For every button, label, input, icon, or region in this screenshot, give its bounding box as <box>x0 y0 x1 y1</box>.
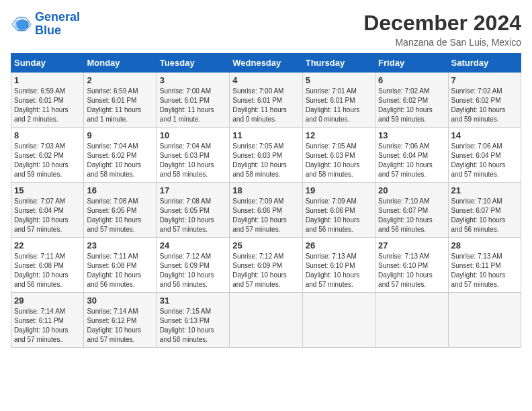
calendar-week-row: 8Sunrise: 7:03 AMSunset: 6:02 PMDaylight… <box>11 128 521 183</box>
calendar-cell: 2Sunrise: 6:59 AMSunset: 6:01 PMDaylight… <box>84 73 157 128</box>
day-info: Sunrise: 7:13 AMSunset: 6:11 PMDaylight:… <box>451 252 518 289</box>
calendar-cell: 31Sunrise: 7:15 AMSunset: 6:13 PMDayligh… <box>157 293 229 348</box>
calendar-cell: 9Sunrise: 7:04 AMSunset: 6:02 PMDaylight… <box>84 128 157 183</box>
day-number: 23 <box>87 240 153 250</box>
calendar-cell: 23Sunrise: 7:11 AMSunset: 6:08 PMDayligh… <box>84 238 157 293</box>
day-number: 25 <box>232 240 299 250</box>
calendar-cell: 10Sunrise: 7:04 AMSunset: 6:03 PMDayligh… <box>157 128 229 183</box>
day-number: 7 <box>451 75 518 85</box>
day-info: Sunrise: 7:11 AMSunset: 6:08 PMDaylight:… <box>14 252 81 289</box>
weekday-header-saturday: Saturday <box>448 54 521 73</box>
calendar-cell: 26Sunrise: 7:13 AMSunset: 6:10 PMDayligh… <box>302 238 375 293</box>
calendar-cell: 20Sunrise: 7:10 AMSunset: 6:07 PMDayligh… <box>375 183 448 238</box>
day-number: 2 <box>87 75 153 85</box>
calendar-week-row: 22Sunrise: 7:11 AMSunset: 6:08 PMDayligh… <box>11 238 521 293</box>
day-info: Sunrise: 7:13 AMSunset: 6:10 PMDaylight:… <box>306 252 372 289</box>
day-number: 1 <box>14 75 81 85</box>
day-number: 20 <box>378 185 445 195</box>
day-info: Sunrise: 7:02 AMSunset: 6:02 PMDaylight:… <box>451 87 518 124</box>
logo: General Blue <box>11 11 80 38</box>
calendar-cell: 27Sunrise: 7:13 AMSunset: 6:10 PMDayligh… <box>375 238 448 293</box>
calendar-cell: 29Sunrise: 7:14 AMSunset: 6:11 PMDayligh… <box>11 293 84 348</box>
day-number: 6 <box>378 75 445 85</box>
day-info: Sunrise: 7:04 AMSunset: 6:02 PMDaylight:… <box>87 142 153 179</box>
day-info: Sunrise: 7:06 AMSunset: 6:04 PMDaylight:… <box>378 142 445 179</box>
day-number: 26 <box>306 240 372 250</box>
day-info: Sunrise: 7:08 AMSunset: 6:05 PMDaylight:… <box>87 197 153 234</box>
day-number: 13 <box>378 130 445 140</box>
calendar-cell <box>375 293 448 348</box>
day-info: Sunrise: 7:02 AMSunset: 6:02 PMDaylight:… <box>378 87 445 124</box>
day-info: Sunrise: 7:07 AMSunset: 6:04 PMDaylight:… <box>14 197 81 234</box>
logo-line1: General <box>35 10 80 24</box>
logo-line2: Blue <box>35 24 61 37</box>
calendar-cell: 13Sunrise: 7:06 AMSunset: 6:04 PMDayligh… <box>375 128 448 183</box>
day-info: Sunrise: 7:05 AMSunset: 6:03 PMDaylight:… <box>306 142 372 179</box>
day-number: 24 <box>160 240 226 250</box>
calendar-cell: 25Sunrise: 7:12 AMSunset: 6:09 PMDayligh… <box>230 238 302 293</box>
day-info: Sunrise: 7:12 AMSunset: 6:09 PMDaylight:… <box>232 252 299 289</box>
day-info: Sunrise: 7:05 AMSunset: 6:03 PMDaylight:… <box>232 142 299 179</box>
weekday-header-friday: Friday <box>375 54 448 73</box>
location-subtitle: Manzana de San Luis, Mexico <box>363 37 521 48</box>
weekday-header-tuesday: Tuesday <box>157 54 229 73</box>
calendar-cell <box>302 293 375 348</box>
logo-text: General Blue <box>35 11 80 38</box>
day-number: 18 <box>232 185 299 195</box>
day-info: Sunrise: 7:14 AMSunset: 6:12 PMDaylight:… <box>87 307 153 345</box>
calendar-cell: 22Sunrise: 7:11 AMSunset: 6:08 PMDayligh… <box>11 238 84 293</box>
day-number: 10 <box>160 130 226 140</box>
calendar-table: SundayMondayTuesdayWednesdayThursdayFrid… <box>11 53 521 348</box>
day-info: Sunrise: 7:06 AMSunset: 6:04 PMDaylight:… <box>451 142 518 179</box>
page-header: General Blue December 2024 Manzana de Sa… <box>11 11 521 48</box>
day-info: Sunrise: 7:10 AMSunset: 6:07 PMDaylight:… <box>451 197 518 234</box>
day-number: 22 <box>14 240 81 250</box>
calendar-cell: 1Sunrise: 6:59 AMSunset: 6:01 PMDaylight… <box>11 73 84 128</box>
calendar-cell: 19Sunrise: 7:09 AMSunset: 6:06 PMDayligh… <box>302 183 375 238</box>
calendar-cell: 17Sunrise: 7:08 AMSunset: 6:05 PMDayligh… <box>157 183 229 238</box>
weekday-header-sunday: Sunday <box>11 54 84 73</box>
calendar-week-row: 15Sunrise: 7:07 AMSunset: 6:04 PMDayligh… <box>11 183 521 238</box>
day-number: 5 <box>306 75 372 85</box>
weekday-header-wednesday: Wednesday <box>230 54 302 73</box>
month-title: December 2024 <box>363 11 521 36</box>
day-number: 21 <box>451 185 518 195</box>
calendar-cell: 24Sunrise: 7:12 AMSunset: 6:09 PMDayligh… <box>157 238 229 293</box>
day-number: 3 <box>160 75 226 85</box>
weekday-header-monday: Monday <box>84 54 157 73</box>
calendar-cell: 3Sunrise: 7:00 AMSunset: 6:01 PMDaylight… <box>157 73 229 128</box>
calendar-cell <box>230 293 302 348</box>
calendar-cell: 11Sunrise: 7:05 AMSunset: 6:03 PMDayligh… <box>230 128 302 183</box>
day-number: 8 <box>14 130 81 140</box>
day-number: 9 <box>87 130 153 140</box>
calendar-cell: 6Sunrise: 7:02 AMSunset: 6:02 PMDaylight… <box>375 73 448 128</box>
day-info: Sunrise: 7:03 AMSunset: 6:02 PMDaylight:… <box>14 142 81 179</box>
day-number: 15 <box>14 185 81 195</box>
calendar-cell: 30Sunrise: 7:14 AMSunset: 6:12 PMDayligh… <box>84 293 157 348</box>
calendar-cell: 12Sunrise: 7:05 AMSunset: 6:03 PMDayligh… <box>302 128 375 183</box>
weekday-header-row: SundayMondayTuesdayWednesdayThursdayFrid… <box>11 54 521 73</box>
day-number: 16 <box>87 185 153 195</box>
calendar-cell: 16Sunrise: 7:08 AMSunset: 6:05 PMDayligh… <box>84 183 157 238</box>
calendar-cell <box>448 293 521 348</box>
calendar-cell: 15Sunrise: 7:07 AMSunset: 6:04 PMDayligh… <box>11 183 84 238</box>
day-info: Sunrise: 7:08 AMSunset: 6:05 PMDaylight:… <box>160 197 226 234</box>
day-info: Sunrise: 7:09 AMSunset: 6:06 PMDaylight:… <box>232 197 299 234</box>
day-info: Sunrise: 7:00 AMSunset: 6:01 PMDaylight:… <box>160 87 226 124</box>
day-info: Sunrise: 7:00 AMSunset: 6:01 PMDaylight:… <box>232 87 299 124</box>
day-number: 14 <box>451 130 518 140</box>
calendar-cell: 18Sunrise: 7:09 AMSunset: 6:06 PMDayligh… <box>230 183 302 238</box>
calendar-cell: 8Sunrise: 7:03 AMSunset: 6:02 PMDaylight… <box>11 128 84 183</box>
day-number: 30 <box>87 295 153 306</box>
title-block: December 2024 Manzana de San Luis, Mexic… <box>363 11 521 48</box>
day-info: Sunrise: 7:15 AMSunset: 6:13 PMDaylight:… <box>160 307 226 345</box>
calendar-cell: 14Sunrise: 7:06 AMSunset: 6:04 PMDayligh… <box>448 128 521 183</box>
day-info: Sunrise: 7:14 AMSunset: 6:11 PMDaylight:… <box>14 307 81 345</box>
day-number: 12 <box>306 130 372 140</box>
day-info: Sunrise: 7:09 AMSunset: 6:06 PMDaylight:… <box>306 197 372 234</box>
day-number: 19 <box>306 185 372 195</box>
day-info: Sunrise: 7:11 AMSunset: 6:08 PMDaylight:… <box>87 252 153 289</box>
day-info: Sunrise: 7:04 AMSunset: 6:03 PMDaylight:… <box>160 142 226 179</box>
calendar-cell: 4Sunrise: 7:00 AMSunset: 6:01 PMDaylight… <box>230 73 302 128</box>
day-number: 11 <box>232 130 299 140</box>
